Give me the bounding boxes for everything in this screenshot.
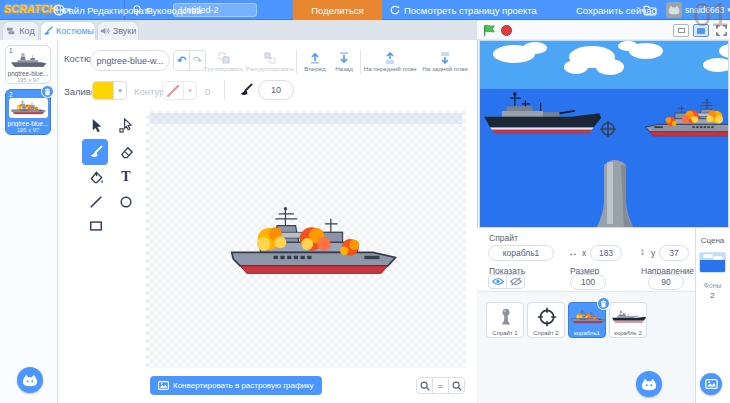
reshape-tool[interactable] [114,113,138,137]
cursor-arrow-icon [89,118,104,133]
outline-label: Контур [134,86,164,97]
backdrops-count: 2 [695,291,730,300]
cat-icon [22,374,38,387]
eye-icon [492,277,504,286]
stage-backdrop [480,41,729,228]
add-costume-button[interactable] [17,367,43,393]
speaker-icon [100,26,110,36]
outline-none-swatch [163,82,184,99]
brush-icon [88,145,103,160]
backward-icon [338,52,350,64]
brush-size-icon [238,83,253,98]
convert-to-bitmap-button[interactable]: Конвертировать в растровую графику [150,376,322,395]
sprite-name-input[interactable] [488,245,554,261]
ungroup-button[interactable]: Разгруппировать [246,48,294,76]
rectangle-icon [89,219,103,233]
y-value-input[interactable]: 37 [659,245,689,261]
show-sprite-button-active[interactable] [488,274,507,289]
backward-button[interactable]: Назад [330,48,358,76]
battleship-thumbnail [612,310,646,324]
direction-value-input[interactable]: 90 [648,274,684,290]
stop-button[interactable] [501,25,512,36]
send-to-back-button[interactable]: На задний план [418,48,472,76]
x-value-input[interactable]: 183 [590,245,622,261]
scratch-editor: SCRATCH ▾ Файл Редактировать Руководства… [0,0,730,403]
tab-sounds[interactable]: Звуки [97,21,139,40]
magnifier-minus-icon [420,381,430,391]
paint-bucket-icon [89,170,104,185]
size-value-input[interactable]: 100 [570,274,606,290]
text-tool[interactable]: T [114,165,138,189]
eye-slash-icon [510,277,522,286]
add-sprite-button[interactable] [636,371,662,397]
magnifier-plus-icon [452,381,462,391]
trash-icon [600,300,607,308]
backdrop-mini-image [700,253,725,272]
fill-color-picker[interactable]: ▾ [92,81,127,100]
see-project-page-button[interactable]: Посмотреть страницу проекта [386,0,541,20]
sprite-item-3-selected[interactable]: корабль1 [568,302,606,338]
forward-button[interactable]: Вперёд [299,48,331,76]
brush-tool-selected[interactable] [82,139,108,165]
folder-icon[interactable] [643,5,657,16]
menu-divider [124,0,125,20]
zoom-out-button[interactable] [416,377,433,394]
menu-bar: SCRATCH ▾ Файл Редактировать Руководства… [0,0,730,20]
line-tool[interactable] [84,190,108,214]
costume-name-input[interactable] [90,50,170,71]
y-label: y [651,248,655,258]
toolbar-divider [224,80,225,100]
caret-down-icon: ▾ [184,82,196,99]
rectangle-tool[interactable] [84,214,108,238]
fill-tool[interactable] [84,165,108,189]
brush-size-input[interactable] [258,80,294,100]
add-backdrop-button[interactable] [700,373,722,395]
eraser-tool[interactable] [114,140,138,164]
small-stage-button[interactable] [673,24,689,37]
circle-tool[interactable] [114,190,138,214]
delete-costume-button[interactable] [41,85,54,98]
costume-item-2-selected[interactable]: 2 pngtree-blue... 195 x 97 [5,89,51,135]
toolbar-divider [360,50,361,74]
forward-icon [309,52,321,64]
reshape-icon [119,118,134,133]
project-name-input[interactable] [173,3,257,17]
code-blocks-icon [6,26,16,36]
outline-color-picker[interactable]: ▾ [162,81,197,100]
cat-avatar-icon [668,5,680,15]
costume-item-1[interactable]: 1 pngtree-blue... 195 x 97 [5,45,51,84]
sprite-item-2[interactable]: Спрайт 2 [527,302,565,338]
image-icon [158,381,169,390]
green-flag-button[interactable] [483,24,496,37]
tab-code[interactable]: Код [2,21,39,40]
bring-to-front-button[interactable]: На передний план [363,48,417,76]
zoom-reset-button[interactable]: = [432,377,449,394]
x-axis-icon: ↔ [568,247,578,258]
scratch-logo[interactable]: SCRATCH [4,3,57,15]
sprite-label: Спрайт [489,233,518,243]
y-axis-icon: ↕ [640,246,645,257]
backdrop-thumbnail[interactable] [699,252,726,273]
hide-sprite-button[interactable] [506,274,525,289]
brush-icon [42,26,53,37]
small-stage-icon [678,28,685,33]
share-button[interactable]: Поделиться [293,0,382,20]
caret-down-icon: ▾ [114,82,126,99]
avatar[interactable] [666,2,682,18]
menu-file[interactable]: Файл [56,0,90,20]
ungroup-icon [264,52,276,64]
lamp-icon [132,4,142,17]
back-icon [439,52,451,64]
crosshair-thumbnail [537,307,557,327]
canvas-ship-sprite[interactable] [230,205,398,283]
costume-2-thumbnail [11,100,46,116]
zoom-in-button[interactable] [448,377,465,394]
line-icon [89,195,103,209]
sprite-item-4[interactable]: корабль 2 [609,302,647,338]
undo-button[interactable]: ↶ [173,50,190,71]
sprite-item-1[interactable]: Спрайт 1 [486,302,524,338]
tab-costumes[interactable]: Костюмы [40,21,96,40]
stage[interactable] [479,40,729,228]
group-button[interactable]: Группировать [202,48,246,76]
select-tool[interactable] [84,113,108,137]
